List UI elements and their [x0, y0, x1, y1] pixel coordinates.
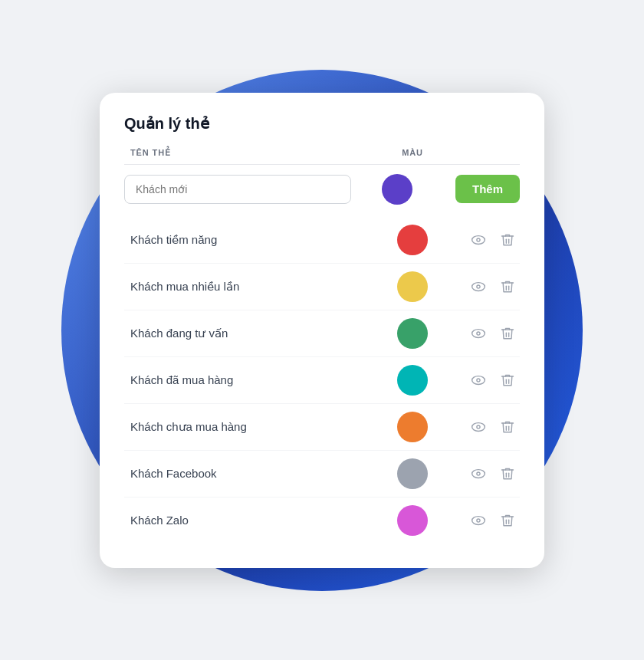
- tag-color-cell: [366, 271, 458, 302]
- tag-actions: [458, 418, 520, 436]
- view-tag-button[interactable]: [469, 277, 488, 296]
- tag-row: Khách đang tư vấn: [124, 310, 520, 357]
- svg-point-7: [477, 378, 480, 381]
- svg-point-0: [472, 235, 485, 244]
- tag-color-dot: [397, 365, 428, 396]
- tag-color-dot: [397, 505, 428, 536]
- tag-name-input[interactable]: [124, 175, 351, 204]
- tag-name-label: Khách đã mua hàng: [124, 373, 366, 386]
- page-title: Quản lý thẻ: [124, 114, 520, 133]
- view-tag-button[interactable]: [469, 371, 488, 389]
- color-picker-cell[interactable]: [351, 174, 443, 205]
- view-tag-button[interactable]: [469, 465, 488, 483]
- svg-point-8: [472, 422, 485, 431]
- tag-row: Khách tiềm năng: [124, 217, 520, 264]
- tag-color-dot: [397, 271, 428, 302]
- tag-actions: [458, 371, 520, 389]
- view-tag-button[interactable]: [469, 418, 488, 436]
- tag-actions: [458, 277, 520, 296]
- tag-color-dot: [397, 225, 428, 255]
- svg-point-9: [477, 425, 480, 428]
- delete-tag-button[interactable]: [498, 324, 517, 343]
- tag-name-label: Khách đang tư vấn: [124, 327, 366, 340]
- tag-name-label: Khách tiềm năng: [124, 233, 366, 247]
- delete-tag-button[interactable]: [498, 511, 517, 530]
- svg-point-6: [472, 376, 485, 384]
- tag-list: Khách tiềm năng: [124, 217, 520, 543]
- input-row: Thêm: [124, 174, 520, 205]
- view-tag-button[interactable]: [469, 231, 488, 249]
- add-tag-button[interactable]: Thêm: [455, 175, 520, 203]
- tag-color-cell: [366, 458, 458, 489]
- tag-color-cell: [366, 365, 458, 396]
- tag-name-label: Khách Zalo: [124, 514, 366, 527]
- delete-tag-button[interactable]: [498, 231, 517, 249]
- tag-color-cell: [366, 412, 458, 442]
- tag-row: Khách mua nhiều lần: [124, 264, 520, 310]
- view-tag-button[interactable]: [469, 511, 488, 530]
- tag-row: Khách Zalo: [124, 497, 520, 543]
- tag-actions: [458, 511, 520, 530]
- svg-point-3: [477, 284, 480, 287]
- delete-tag-button[interactable]: [498, 371, 517, 389]
- tag-color-cell: [366, 318, 458, 349]
- svg-point-1: [477, 238, 480, 241]
- tag-actions: [458, 231, 520, 249]
- col-header-actions: [458, 148, 520, 158]
- tag-color-dot: [397, 412, 428, 442]
- delete-tag-button[interactable]: [498, 465, 517, 483]
- tag-color-cell: [366, 505, 458, 536]
- tag-row: Khách đã mua hàng: [124, 357, 520, 404]
- table-header: TÊN THẺ MÀU: [124, 148, 520, 165]
- tag-row: Khách chưa mua hàng: [124, 404, 520, 451]
- tag-color-dot: [397, 458, 428, 489]
- col-header-name: TÊN THẺ: [124, 148, 366, 158]
- svg-point-4: [472, 329, 485, 337]
- selected-color-dot: [382, 174, 412, 205]
- delete-tag-button[interactable]: [498, 418, 517, 436]
- svg-point-10: [472, 469, 485, 478]
- tag-row: Khách Facebook: [124, 451, 520, 497]
- svg-point-2: [472, 282, 485, 291]
- tag-actions: [458, 324, 520, 343]
- tag-name-label: Khách chưa mua hàng: [124, 420, 366, 434]
- svg-point-11: [477, 471, 480, 474]
- svg-point-5: [477, 331, 480, 334]
- svg-point-12: [472, 516, 485, 524]
- tag-actions: [458, 465, 520, 483]
- svg-point-13: [477, 518, 480, 521]
- card: Quản lý thẻ TÊN THẺ MÀU Thêm Khách tiềm …: [100, 93, 544, 568]
- view-tag-button[interactable]: [469, 324, 488, 343]
- col-header-color: MÀU: [366, 148, 458, 158]
- delete-tag-button[interactable]: [498, 277, 517, 296]
- tag-color-cell: [366, 225, 458, 255]
- tag-name-label: Khách Facebook: [124, 467, 366, 480]
- tag-name-label: Khách mua nhiều lần: [124, 280, 366, 294]
- tag-color-dot: [397, 318, 428, 349]
